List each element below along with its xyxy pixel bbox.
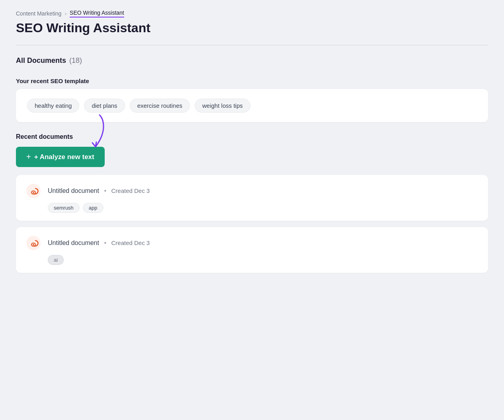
keyword-tag-3[interactable]: weight loss tips xyxy=(195,99,250,113)
doc-title-0: Untitled document xyxy=(48,187,99,194)
all-documents-heading: All Documents xyxy=(16,56,66,65)
doc-tag-1-0[interactable]: ai xyxy=(48,255,64,265)
breadcrumb-parent[interactable]: Content Marketing xyxy=(16,10,61,17)
document-card-0[interactable]: Untitled document • Created Dec 3 semrus… xyxy=(16,175,488,221)
breadcrumb: Content Marketing › SEO Writing Assistan… xyxy=(16,10,488,18)
doc-created-1: Created Dec 3 xyxy=(111,239,150,246)
recent-section: Recent documents + + Analyze new text xyxy=(16,133,488,273)
doc-created-0: Created Dec 3 xyxy=(111,187,150,194)
svg-point-5 xyxy=(33,244,34,245)
section-divider xyxy=(16,45,488,45)
document-card-1[interactable]: Untitled document • Created Dec 3 ai xyxy=(16,227,488,273)
recent-documents-heading: Recent documents xyxy=(16,133,488,140)
doc-separator-1: • xyxy=(104,239,106,246)
breadcrumb-current: SEO Writing Assistant xyxy=(70,10,124,18)
template-label: Your recent SEO template xyxy=(16,78,488,84)
keyword-tag-1[interactable]: diet plans xyxy=(84,99,125,113)
keyword-tag-2[interactable]: exercise routines xyxy=(130,99,190,113)
documents-count: (18) xyxy=(69,56,82,65)
doc-title-1: Untitled document xyxy=(48,239,99,246)
doc-card-header-1: Untitled document • Created Dec 3 xyxy=(25,235,479,251)
analyze-btn-label: + Analyze new text xyxy=(34,153,94,161)
svg-point-2 xyxy=(33,192,34,193)
doc-title-row-1: Untitled document • Created Dec 3 xyxy=(48,239,150,247)
page-title: SEO Writing Assistant xyxy=(16,21,488,35)
analyze-new-text-button[interactable]: + + Analyze new text xyxy=(16,147,105,167)
breadcrumb-separator: › xyxy=(64,10,66,17)
template-section: Your recent SEO template healthy eating … xyxy=(16,78,488,122)
page-wrapper: Content Marketing › SEO Writing Assistan… xyxy=(0,0,504,290)
template-card: healthy eating diet plans exercise routi… xyxy=(16,89,488,122)
semrush-logo-icon xyxy=(25,183,41,199)
semrush-logo-icon-1 xyxy=(25,235,41,251)
doc-tag-0-0[interactable]: semrush xyxy=(48,203,80,213)
doc-tag-0-1[interactable]: app xyxy=(83,203,104,213)
doc-tags-1: ai xyxy=(48,255,479,265)
analyze-btn-wrapper: + + Analyze new text xyxy=(16,147,105,175)
doc-card-header-0: Untitled document • Created Dec 3 xyxy=(25,183,479,199)
keyword-tag-0[interactable]: healthy eating xyxy=(27,99,79,113)
analyze-btn-plus-icon: + xyxy=(26,152,31,161)
doc-tags-0: semrush app xyxy=(48,203,479,213)
doc-separator-0: • xyxy=(104,187,106,194)
doc-title-row-0: Untitled document • Created Dec 3 xyxy=(48,187,150,194)
